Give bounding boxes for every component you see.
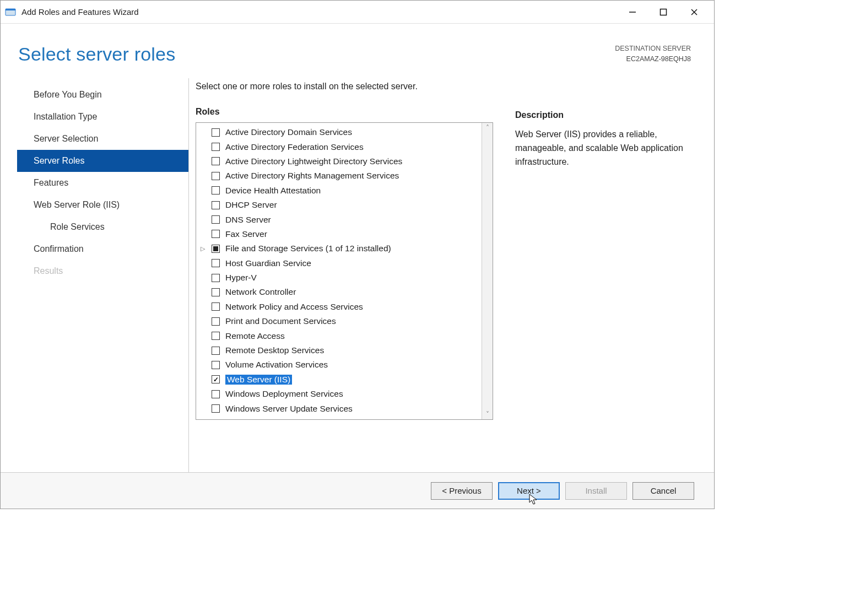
scrollbar[interactable]: ˄ ˅ [482,123,493,419]
role-checkbox[interactable] [212,215,220,224]
window-title: Add Roles and Features Wizard [21,7,617,17]
role-label: Remote Desktop Services [225,345,324,355]
nav-step-web-server-role-iis-[interactable]: Web Server Role (IIS) [17,194,188,216]
role-item[interactable]: Active Directory Rights Management Servi… [196,169,482,183]
role-item[interactable]: Volume Activation Services [196,358,482,372]
role-item[interactable]: Remote Desktop Services [196,343,482,358]
svg-rect-3 [661,9,667,15]
destination-block: DESTINATION SERVER EC2AMAZ-98EQHJ8 [615,44,691,64]
scroll-down-icon[interactable]: ˅ [486,410,489,418]
role-checkbox[interactable] [212,143,220,151]
role-item[interactable]: Hyper-V [196,271,482,285]
nav-step-before-you-begin[interactable]: Before You Begin [17,84,188,106]
role-checkbox[interactable] [212,274,220,282]
install-button: Install [565,482,627,500]
role-item[interactable]: Web Server (IIS) [196,372,482,387]
minimize-button[interactable] [617,1,648,24]
role-checkbox[interactable] [212,302,220,311]
destination-label: DESTINATION SERVER [615,44,691,54]
role-item[interactable]: Remote Access [196,328,482,343]
role-label: Active Directory Lightweight Directory S… [225,156,402,166]
role-label: Fax Server [225,229,267,239]
role-label: Windows Server Update Services [225,404,353,414]
role-label: Host Guardian Service [225,258,311,268]
role-checkbox[interactable] [212,404,220,413]
role-checkbox[interactable] [212,201,220,209]
roles-listbox: Active Directory Domain ServicesActive D… [196,122,493,420]
roles-column: Select one or more roles to install on t… [196,82,493,461]
role-label: Device Health Attestation [225,186,321,196]
roles-heading: Roles [196,107,493,117]
role-checkbox[interactable] [212,317,220,326]
next-button[interactable]: Next > [498,482,560,500]
role-label: Hyper-V [225,273,257,283]
title-bar: Add Roles and Features Wizard [1,1,714,24]
role-label: Volume Activation Services [225,360,328,370]
role-checkbox[interactable] [212,361,220,369]
nav-step-installation-type[interactable]: Installation Type [17,106,188,128]
role-checkbox[interactable] [212,245,220,253]
nav-step-server-roles[interactable]: Server Roles [17,150,188,172]
next-button-label: Next > [517,486,541,495]
role-checkbox[interactable] [212,332,220,340]
page-title: Select server roles [18,44,175,65]
role-item[interactable]: DHCP Server [196,198,482,212]
role-item[interactable]: Active Directory Lightweight Directory S… [196,154,482,169]
nav-step-server-selection[interactable]: Server Selection [17,128,188,150]
role-label: Active Directory Federation Services [225,142,364,152]
role-checkbox[interactable] [212,288,220,296]
role-checkbox[interactable] [212,390,220,398]
role-checkbox[interactable] [212,128,220,137]
maximize-button[interactable] [648,1,679,24]
previous-button[interactable]: < Previous [431,482,493,500]
role-checkbox[interactable] [212,172,220,180]
role-checkbox[interactable] [212,230,220,238]
nav-step-results: Results [17,260,188,282]
role-item[interactable]: Print and Document Services [196,314,482,328]
svg-rect-1 [6,9,15,10]
close-button[interactable] [679,1,710,24]
role-item[interactable]: Network Policy and Access Services [196,300,482,314]
role-label: Network Policy and Access Services [225,302,363,312]
role-item[interactable]: Network Controller [196,285,482,299]
role-item[interactable]: Host Guardian Service [196,256,482,271]
role-item[interactable]: Device Health Attestation [196,183,482,198]
role-label: Web Server (IIS) [225,375,292,385]
role-item[interactable]: Fax Server [196,227,482,241]
role-item[interactable]: Active Directory Federation Services [196,139,482,154]
role-item[interactable]: Active Directory Domain Services [196,125,482,139]
role-label: Windows Deployment Services [225,389,343,399]
nav-step-confirmation[interactable]: Confirmation [17,238,188,260]
app-icon [5,7,16,18]
description-heading: Description [515,110,694,120]
role-item[interactable]: Windows Server Update Services [196,401,482,415]
role-label: Remote Access [225,331,285,341]
role-checkbox[interactable] [212,157,220,165]
role-item[interactable]: DNS Server [196,212,482,226]
cursor-icon [529,494,539,506]
cancel-button[interactable]: Cancel [632,482,694,500]
roles-list[interactable]: Active Directory Domain ServicesActive D… [196,123,482,419]
scroll-track[interactable] [482,132,493,410]
destination-server: EC2AMAZ-98EQHJ8 [615,54,691,64]
role-label: Active Directory Domain Services [225,127,352,137]
role-item[interactable]: ▷File and Storage Services (1 of 12 inst… [196,241,482,256]
wizard-footer: < Previous Next > Install Cancel [1,472,714,509]
nav-step-features[interactable]: Features [17,172,188,194]
wizard-header: Select server roles DESTINATION SERVER E… [1,24,714,78]
scroll-up-icon[interactable]: ˄ [486,124,489,132]
wizard-nav: Before You BeginInstallation TypeServer … [17,78,189,472]
nav-step-role-services[interactable]: Role Services [17,216,188,238]
role-checkbox[interactable] [212,375,220,383]
wizard-body: Before You BeginInstallation TypeServer … [1,78,714,472]
description-text: Web Server (IIS) provides a reliable, ma… [515,128,694,169]
role-item[interactable]: Windows Deployment Services [196,387,482,401]
role-label: Network Controller [225,287,296,297]
role-checkbox[interactable] [212,347,220,355]
description-column: Description Web Server (IIS) provides a … [515,82,694,461]
instruction-text: Select one or more roles to install on t… [196,82,493,91]
window-controls [617,1,710,24]
expand-icon[interactable]: ▷ [201,245,207,252]
role-checkbox[interactable] [212,186,220,194]
role-checkbox[interactable] [212,259,220,267]
